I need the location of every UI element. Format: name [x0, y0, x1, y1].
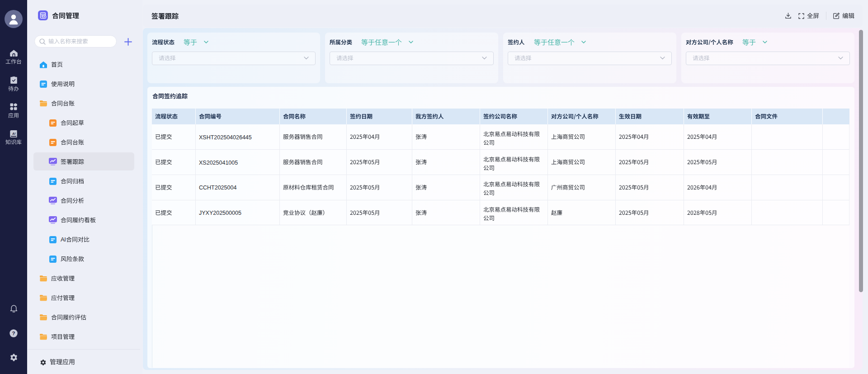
svg-text:?: ? [12, 331, 15, 336]
svg-text:AI: AI [12, 132, 16, 135]
